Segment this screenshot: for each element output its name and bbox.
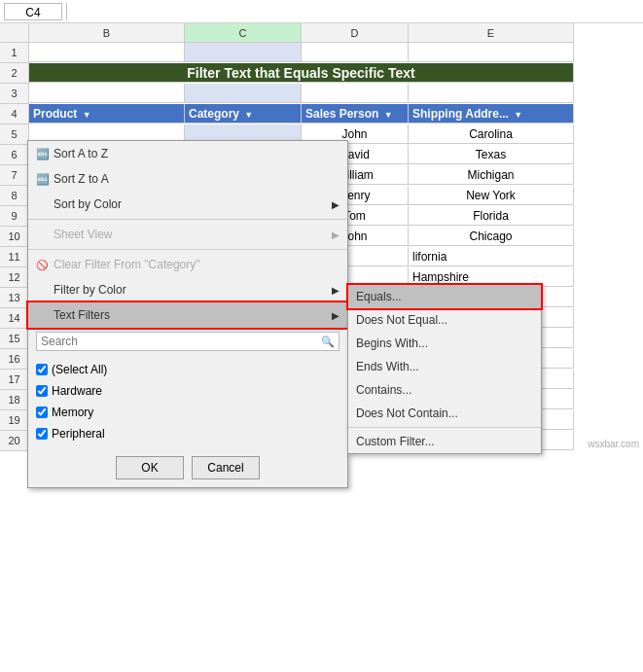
menu-divider-2 [28,249,347,250]
checkbox-hardware[interactable]: Hardware [36,380,339,402]
does-not-contain-item[interactable]: Does Not Contain... [348,402,541,425]
arrow-icon: ▶ [332,199,339,210]
sheet-view-label: Sheet View [54,228,113,241]
clear-filter-icon: 🚫 [36,260,54,270]
filter-by-color-item[interactable]: Filter by Color ▶ [28,277,347,302]
sheet-view-arrow: ▶ [332,230,339,240]
col-header-d[interactable]: D [302,23,409,43]
row-3: 3 [0,84,643,104]
sort-by-color-item[interactable]: Sort by Color ▶ [28,192,347,217]
menu-divider-1 [28,219,347,220]
row-2: 2 Filter Text that Equals Specific Text [0,63,643,84]
filter-icon-d[interactable]: ▼ [384,110,393,120]
checkbox-peripheral[interactable]: Peripheral [36,423,339,444]
dropdown-overlay: 🔤 Sort A to Z 🔤 Sort Z to A Sort by Colo… [27,140,348,488]
checkbox-peripheral-input[interactable] [36,428,48,440]
sort-by-color-label: Sort by Color [54,197,122,211]
corner-cell [0,23,29,43]
text-filters-submenu: Equals... Does Not Equal... Begins With.… [347,284,542,454]
watermark: wsxbar.com [588,439,639,449]
header-product: Product ▼ [29,104,185,124]
col-header-b[interactable]: B [29,23,185,43]
header-shipping: Shipping Addre... ▼ [409,104,574,124]
does-not-contain-label: Does Not Contain... [356,407,458,420]
does-not-equal-label: Does Not Equal... [356,313,447,327]
filter-by-color-label: Filter by Color [54,283,126,297]
data-area: 1 2 Filter Text that Equals Specific Tex… [0,43,643,451]
checkbox-peripheral-label: Peripheral [52,427,105,441]
ends-with-label: Ends With... [356,360,419,373]
formula-divider [66,3,67,20]
cancel-button[interactable]: Cancel [192,456,260,479]
search-box[interactable]: 🔍 [36,332,339,351]
contains-label: Contains... [356,383,411,397]
sort-az-icon: 🔤 [36,148,54,160]
formula-bar: C4 [0,0,643,23]
text-filters-label: Text Filters [54,308,110,322]
header-salesperson: Sales Person ▼ [302,104,409,124]
header-category: Category ▼ [185,104,302,124]
ends-with-item[interactable]: Ends With... [348,355,541,378]
ok-button[interactable]: OK [116,456,184,479]
checkbox-select-all[interactable]: (Select All) [36,359,339,380]
sort-za-icon: 🔤 [36,173,54,186]
column-headers: B C D E [0,23,643,43]
row-1: 1 [0,43,643,63]
filter-icon-c[interactable]: ▼ [244,110,253,120]
search-area: 🔍 [28,328,347,355]
clear-filter-item[interactable]: 🚫 Clear Filter From "Category" [28,252,347,277]
custom-filter-item[interactable]: Custom Filter... [348,430,541,453]
search-input[interactable] [41,335,321,348]
filter-color-arrow: ▶ [332,285,339,296]
sort-z-to-a-label: Sort Z to A [54,172,109,186]
contains-item[interactable]: Contains... [348,378,541,402]
text-filters-arrow: ▶ [332,310,339,321]
clear-filter-label: Clear Filter From "Category" [54,258,200,271]
checkbox-hardware-label: Hardware [52,384,102,398]
sort-z-to-a-item[interactable]: 🔤 Sort Z to A [28,166,347,192]
checkbox-list: (Select All) Hardware Memory Peripheral [28,355,347,448]
dialog-buttons: OK Cancel [28,448,347,487]
col-header-e[interactable]: E [409,23,574,43]
filter-icon-e[interactable]: ▼ [514,110,522,120]
submenu-divider [348,427,541,428]
checkbox-memory-label: Memory [52,406,93,419]
filter-icon-b[interactable]: ▼ [83,110,91,120]
equals-item[interactable]: Equals... [348,285,541,308]
cell-reference[interactable]: C4 [4,3,62,20]
spreadsheet: C4 B C D E 1 2 Filter Text that Equals S… [0,0,643,672]
checkbox-memory[interactable]: Memory [36,402,339,423]
custom-filter-label: Custom Filter... [356,435,435,448]
sheet-view-item[interactable]: Sheet View ▶ [28,222,347,247]
equals-label: Equals... [356,290,402,303]
col-header-c[interactable]: C [185,23,302,43]
sort-a-to-z-label: Sort A to Z [54,147,108,160]
filter-dropdown-menu: 🔤 Sort A to Z 🔤 Sort Z to A Sort by Colo… [27,140,348,488]
checkbox-memory-input[interactable] [36,407,48,418]
row-4: 4 Product ▼ Category ▼ Sales Person ▼ Sh… [0,104,643,124]
checkbox-hardware-input[interactable] [36,385,48,397]
begins-with-item[interactable]: Begins With... [348,332,541,355]
sort-a-to-z-item[interactable]: 🔤 Sort A to Z [28,141,347,166]
title-cell: Filter Text that Equals Specific Text [29,63,574,83]
begins-with-label: Begins With... [356,336,428,350]
search-icon[interactable]: 🔍 [321,336,335,348]
text-filters-item[interactable]: Text Filters ▶ [28,302,347,328]
does-not-equal-item[interactable]: Does Not Equal... [348,308,541,332]
checkbox-select-all-input[interactable] [36,364,48,375]
checkbox-select-all-label: (Select All) [52,363,107,376]
